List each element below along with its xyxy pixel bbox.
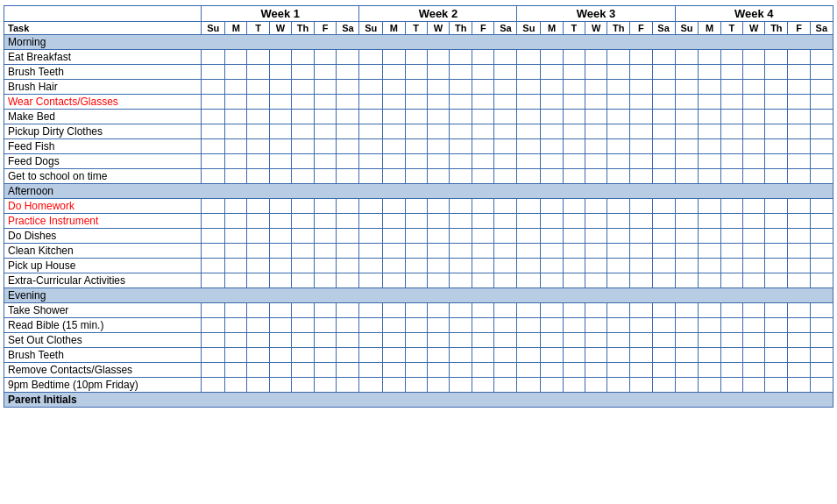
day-cell[interactable] (292, 259, 315, 273)
day-cell[interactable] (810, 378, 833, 393)
day-cell[interactable] (383, 348, 405, 363)
day-cell[interactable] (652, 65, 675, 80)
day-cell[interactable] (427, 244, 449, 259)
day-cell[interactable] (359, 80, 383, 95)
day-cell[interactable] (292, 318, 315, 333)
day-cell[interactable] (607, 318, 630, 333)
day-cell[interactable] (810, 80, 833, 95)
day-cell[interactable] (225, 348, 247, 363)
day-cell[interactable] (427, 110, 449, 124)
day-cell[interactable] (494, 80, 517, 95)
day-cell[interactable] (359, 348, 383, 363)
day-cell[interactable] (652, 139, 675, 154)
day-cell[interactable] (427, 333, 449, 348)
day-cell[interactable] (517, 378, 541, 393)
day-cell[interactable] (675, 110, 699, 124)
day-cell[interactable] (585, 244, 606, 259)
day-cell[interactable] (472, 169, 494, 184)
day-cell[interactable] (247, 199, 269, 214)
day-cell[interactable] (765, 229, 788, 244)
day-cell[interactable] (652, 80, 675, 95)
day-cell[interactable] (788, 229, 810, 244)
day-cell[interactable] (383, 363, 405, 378)
day-cell[interactable] (607, 80, 630, 95)
day-cell[interactable] (699, 154, 720, 169)
day-cell[interactable] (269, 378, 291, 393)
day-cell[interactable] (630, 214, 652, 229)
day-cell[interactable] (450, 124, 472, 139)
day-cell[interactable] (292, 273, 315, 288)
day-cell[interactable] (225, 363, 247, 378)
day-cell[interactable] (607, 333, 630, 348)
day-cell[interactable] (202, 80, 225, 95)
day-cell[interactable] (517, 169, 541, 184)
day-cell[interactable] (383, 95, 405, 110)
day-cell[interactable] (427, 229, 449, 244)
day-cell[interactable] (225, 259, 247, 273)
day-cell[interactable] (427, 139, 449, 154)
day-cell[interactable] (743, 229, 765, 244)
day-cell[interactable] (720, 110, 742, 124)
day-cell[interactable] (720, 259, 742, 273)
day-cell[interactable] (788, 199, 810, 214)
day-cell[interactable] (563, 50, 585, 65)
day-cell[interactable] (699, 50, 720, 65)
day-cell[interactable] (383, 318, 405, 333)
day-cell[interactable] (247, 50, 269, 65)
day-cell[interactable] (720, 378, 742, 393)
day-cell[interactable] (788, 80, 810, 95)
day-cell[interactable] (315, 169, 337, 184)
day-cell[interactable] (517, 214, 541, 229)
day-cell[interactable] (450, 244, 472, 259)
day-cell[interactable] (450, 199, 472, 214)
day-cell[interactable] (292, 139, 315, 154)
day-cell[interactable] (494, 214, 517, 229)
day-cell[interactable] (405, 139, 427, 154)
day-cell[interactable] (269, 333, 291, 348)
day-cell[interactable] (675, 199, 699, 214)
day-cell[interactable] (405, 80, 427, 95)
day-cell[interactable] (269, 124, 291, 139)
day-cell[interactable] (699, 95, 720, 110)
day-cell[interactable] (405, 169, 427, 184)
day-cell[interactable] (202, 124, 225, 139)
day-cell[interactable] (743, 348, 765, 363)
day-cell[interactable] (720, 273, 742, 288)
day-cell[interactable] (563, 65, 585, 80)
day-cell[interactable] (450, 214, 472, 229)
day-cell[interactable] (541, 154, 563, 169)
day-cell[interactable] (383, 154, 405, 169)
day-cell[interactable] (517, 348, 541, 363)
day-cell[interactable] (585, 154, 606, 169)
day-cell[interactable] (427, 303, 449, 318)
day-cell[interactable] (675, 65, 699, 80)
day-cell[interactable] (765, 303, 788, 318)
day-cell[interactable] (788, 154, 810, 169)
day-cell[interactable] (788, 110, 810, 124)
day-cell[interactable] (405, 273, 427, 288)
day-cell[interactable] (810, 65, 833, 80)
day-cell[interactable] (472, 124, 494, 139)
day-cell[interactable] (630, 154, 652, 169)
day-cell[interactable] (315, 110, 337, 124)
day-cell[interactable] (630, 110, 652, 124)
day-cell[interactable] (720, 65, 742, 80)
day-cell[interactable] (494, 259, 517, 273)
day-cell[interactable] (563, 303, 585, 318)
day-cell[interactable] (450, 378, 472, 393)
day-cell[interactable] (383, 199, 405, 214)
day-cell[interactable] (292, 363, 315, 378)
day-cell[interactable] (405, 378, 427, 393)
day-cell[interactable] (359, 318, 383, 333)
day-cell[interactable] (450, 110, 472, 124)
day-cell[interactable] (517, 318, 541, 333)
day-cell[interactable] (292, 229, 315, 244)
day-cell[interactable] (269, 65, 291, 80)
day-cell[interactable] (630, 333, 652, 348)
day-cell[interactable] (202, 154, 225, 169)
day-cell[interactable] (607, 378, 630, 393)
day-cell[interactable] (472, 273, 494, 288)
day-cell[interactable] (630, 199, 652, 214)
day-cell[interactable] (652, 154, 675, 169)
day-cell[interactable] (359, 95, 383, 110)
